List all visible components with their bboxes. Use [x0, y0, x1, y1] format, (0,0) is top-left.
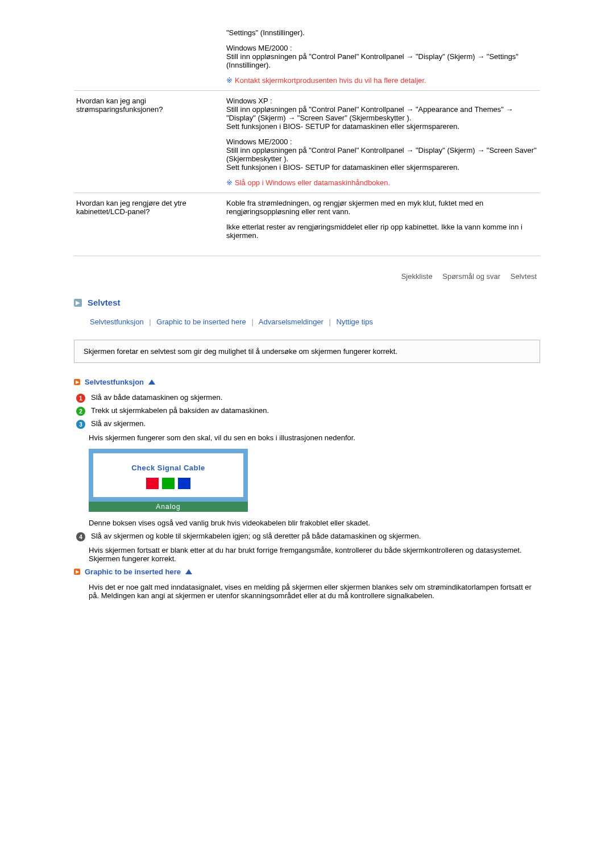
monitor-message: Check Signal Cable: [99, 464, 238, 472]
steps-list-cont: 4 Slå av skjermen og koble til skjermkab…: [76, 532, 540, 541]
sublink-selvtestfunksjon[interactable]: Selvtestfunksjon: [90, 318, 144, 326]
color-squares: [99, 478, 238, 489]
section-sublinks: Selvtestfunksjon | Graphic to be inserte…: [90, 318, 540, 326]
step-item: 1 Slå av både datamaskinen og skjermen.: [76, 393, 540, 403]
monitor-footer-label: Analog: [89, 502, 248, 512]
step-text: Slå av både datamaskinen og skjermen.: [91, 393, 540, 402]
subheading-row: ▶ Graphic to be inserted here: [74, 567, 540, 576]
step-text: Slå av skjermen og koble til skjermkabel…: [91, 532, 540, 540]
divider: [74, 256, 540, 256]
faq-answer-text: Windows ME/2000 : Still inn oppløsningen…: [226, 137, 538, 172]
red-square-icon: [146, 478, 159, 489]
back-to-top-icon[interactable]: [185, 569, 192, 574]
green-square-icon: [162, 478, 175, 489]
section-nav: Sjekkliste Spørsmål og svar Selvtest: [74, 272, 537, 281]
faq-answer-cell: Koble fra strømledningen, og rengjør skj…: [224, 193, 540, 253]
monitor-illustration: Check Signal Cable Analog: [89, 449, 248, 512]
section-title-row: ▶ Selvtest: [74, 298, 540, 307]
after-image-text: Denne boksen vises også ved vanlig bruk …: [89, 519, 540, 527]
faq-answer-cell: Windows XP : Still inn oppløsningen på "…: [224, 91, 540, 193]
step-number-icon: 2: [76, 407, 85, 416]
step-number-icon: 3: [76, 420, 85, 429]
nav-link-sporsmal[interactable]: Spørsmål og svar: [442, 272, 500, 281]
back-to-top-icon[interactable]: [148, 379, 155, 385]
faq-row: "Settings" (Innstillinger). Windows ME/2…: [74, 23, 540, 91]
faq-question: Hvordan kan jeg rengjøre det ytre kabine…: [74, 193, 224, 253]
intro-box: Skjermen foretar en selvtest som gir deg…: [74, 340, 540, 363]
faq-answer-cell: "Settings" (Innstillinger). Windows ME/2…: [224, 23, 540, 91]
monitor-screen: Check Signal Cable: [89, 449, 248, 502]
faq-question: Hvordan kan jeg angi strømsparingsfunksj…: [74, 91, 224, 193]
subheading-row: ▶ Selvtestfunksjon: [74, 378, 540, 386]
link-separator: |: [329, 318, 331, 326]
sublink-nyttige-tips[interactable]: Nyttige tips: [337, 318, 373, 326]
step-item: 2 Trekk ut skjermkabelen på baksiden av …: [76, 406, 540, 416]
sublink-graphic[interactable]: Graphic to be inserted here: [156, 318, 246, 326]
faq-table: "Settings" (Innstillinger). Windows ME/2…: [74, 23, 540, 252]
blue-square-icon: [178, 478, 190, 489]
link-separator: |: [149, 318, 151, 326]
step-number-icon: 4: [76, 532, 85, 541]
note-icon: ※: [226, 178, 233, 187]
steps-list: 1 Slå av både datamaskinen og skjermen. …: [76, 393, 540, 429]
faq-row: Hvordan kan jeg angi strømsparingsfunksj…: [74, 91, 540, 193]
faq-row: Hvordan kan jeg rengjøre det ytre kabine…: [74, 193, 540, 253]
page-container: "Settings" (Innstillinger). Windows ME/2…: [74, 0, 540, 650]
subheading-selvtestfunksjon: Selvtestfunksjon: [85, 378, 144, 386]
step-followup-text: Hvis skjermen fortsatt er blank etter at…: [89, 546, 540, 563]
faq-answer-text: Ikke etterlat rester av rengjøringsmidde…: [226, 223, 538, 240]
faq-answer-text: Windows XP : Still inn oppløsningen på "…: [226, 97, 538, 131]
step-item: 4 Slå av skjermen og koble til skjermkab…: [76, 532, 540, 541]
link-separator: |: [251, 318, 253, 326]
faq-question: [74, 23, 224, 91]
step-text: Slå av skjermen.: [91, 419, 540, 428]
subheading-graphic: Graphic to be inserted here: [85, 567, 181, 576]
nav-link-selvtest[interactable]: Selvtest: [511, 272, 537, 281]
section-bullet-icon: ▶: [74, 299, 82, 307]
subhead-bullet-icon: ▶: [74, 569, 80, 575]
faq-answer-text: Windows ME/2000 : Still inn oppløsningen…: [226, 44, 538, 69]
graphic-body-text: Hvis det er noe galt med inndatasignalet…: [89, 583, 540, 600]
section-title: Selvtest: [88, 298, 121, 307]
step-followup-text: Hvis skjermen fungerer som den skal, vil…: [89, 433, 540, 442]
intro-text: Skjermen foretar en selvtest som gir deg…: [84, 347, 397, 356]
faq-answer-text: Koble fra strømledningen, og rengjør skj…: [226, 199, 538, 216]
faq-note: ※Slå opp i Windows eller datamaskinhåndb…: [226, 178, 538, 187]
sublink-advarsel[interactable]: Advarselsmeldinger: [259, 318, 323, 326]
note-icon: ※: [226, 76, 233, 85]
step-number-icon: 1: [76, 394, 85, 403]
step-item: 3 Slå av skjermen.: [76, 419, 540, 429]
step-text: Trekk ut skjermkabelen på baksiden av da…: [91, 406, 540, 415]
subhead-bullet-icon: ▶: [74, 379, 80, 385]
faq-answer-text: "Settings" (Innstillinger).: [226, 28, 538, 37]
nav-link-sjekkliste[interactable]: Sjekkliste: [401, 272, 433, 281]
faq-note: ※Kontakt skjermkortprodusenten hvis du v…: [226, 76, 538, 85]
